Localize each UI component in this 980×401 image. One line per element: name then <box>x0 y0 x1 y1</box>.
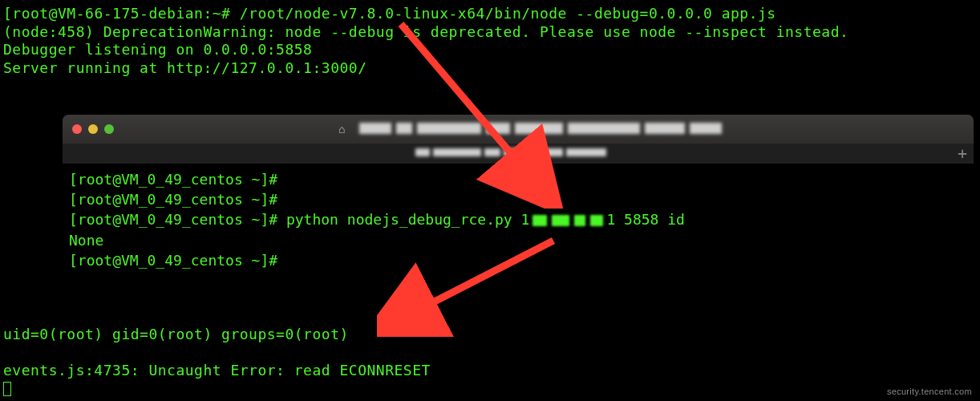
outer-terminal-bottom: uid=0(root) gid=0(root) groups=0(root) e… <box>0 321 434 401</box>
maximize-icon[interactable] <box>104 124 114 134</box>
watermark: security.tencent.com <box>887 387 972 396</box>
window-titlebar[interactable]: ⌂ <box>63 115 974 144</box>
blank-line <box>3 344 431 362</box>
tab-bar: + <box>63 144 974 164</box>
home-icon: ⌂ <box>338 123 345 136</box>
bracket-open: [ <box>3 5 12 22</box>
outer-terminal: [root@VM-66-175-debian:~# /root/node-v7.… <box>0 0 980 82</box>
inner-prompt: [root@VM_0_49_centos ~]# <box>69 211 286 228</box>
prompt-text: root@VM-66-175-debian:~# <box>12 5 239 22</box>
inner-line-5: [root@VM_0_49_centos ~]# <box>69 250 967 270</box>
title-blur <box>359 123 792 136</box>
inner-command-tail: 1 5858 id <box>606 211 685 228</box>
cmd-line-1: [root@VM-66-175-debian:~# /root/node-v7.… <box>3 5 977 23</box>
inner-command: python nodejs_debug_rce.py <box>286 211 521 228</box>
inner-line-1: [root@VM_0_49_centos ~]# <box>69 169 967 189</box>
inner-line-2: [root@VM_0_49_centos ~]# <box>69 189 967 209</box>
output-line-2: (node:458) DeprecationWarning: node --de… <box>3 23 977 42</box>
traffic-lights <box>72 124 114 134</box>
output-line-3: Debugger listening on 0.0.0.0:5858 <box>3 41 977 59</box>
output-uid: uid=0(root) gid=0(root) groups=0(root) <box>3 326 431 344</box>
tab-title-blur <box>415 148 656 158</box>
output-line-4: Server running at http://127.0.0.1:3000/ <box>3 59 977 78</box>
new-tab-button[interactable]: + <box>958 145 967 161</box>
inner-result: None <box>69 230 967 250</box>
output-error: events.js:4735: Uncaught Error: read ECO… <box>3 362 431 380</box>
ip-blur <box>533 215 603 226</box>
inner-terminal-window: ⌂ + [root@VM_0_49_centos ~]# [root@VM_0_… <box>63 115 974 278</box>
ip-prefix: 1 <box>521 211 530 228</box>
command-text: /root/node-v7.8.0-linux-x64/bin/node --d… <box>240 5 776 22</box>
inner-line-3: [root@VM_0_49_centos ~]# python nodejs_d… <box>69 209 967 229</box>
minimize-icon[interactable] <box>88 124 98 134</box>
cursor-line <box>3 379 431 398</box>
close-icon[interactable] <box>72 124 82 134</box>
inner-terminal-body[interactable]: [root@VM_0_49_centos ~]# [root@VM_0_49_c… <box>63 164 974 278</box>
cursor-icon <box>3 382 11 396</box>
